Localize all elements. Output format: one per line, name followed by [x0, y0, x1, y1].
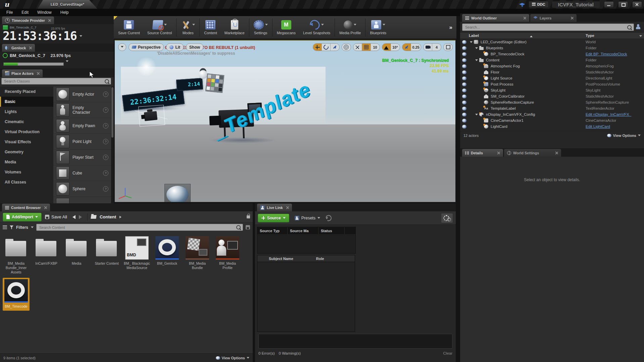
- chevron-down-icon[interactable]: [639, 35, 642, 38]
- edit-blueprint-link[interactable]: Edit BP_TimecodeClock: [586, 52, 627, 56]
- live-link-settings-button[interactable]: [441, 213, 453, 223]
- visibility-eye-icon[interactable]: [462, 89, 466, 92]
- help-icon[interactable]: ?: [103, 139, 108, 144]
- folder-tile[interactable]: InCamVFXBP: [33, 236, 60, 274]
- table-row[interactable]: LED_CurvedStage (Editor)World: [460, 39, 644, 45]
- media-profile-button[interactable]: Media Profile: [336, 19, 364, 36]
- outliner-search-input[interactable]: [464, 25, 627, 30]
- close-icon[interactable]: [555, 152, 558, 154]
- table-row[interactable]: Light SourceDirectionalLight: [460, 75, 644, 81]
- path-chevron-icon[interactable]: [119, 216, 123, 218]
- close-icon[interactable]: [524, 17, 526, 19]
- category-all-classes[interactable]: All Classes: [0, 177, 53, 187]
- move-tool-icon[interactable]: [313, 44, 322, 51]
- category-lights[interactable]: Lights: [0, 107, 53, 117]
- table-row[interactable]: SM_ColorCalibratorStaticMeshActor: [460, 93, 644, 99]
- table-row[interactable]: AaTemplateLabelTextRenderActor: [460, 105, 644, 111]
- level-viewport[interactable]: 22:36:32:14 2:14 _Template: [114, 40, 456, 202]
- table-row[interactable]: nDisplay_InCamVFX_ConfigEdit nDisplay_In…: [460, 111, 644, 117]
- column-source-type[interactable]: Source Typ: [257, 227, 288, 234]
- expand-arrow-icon[interactable]: [475, 114, 478, 117]
- tab-timecode-provider[interactable]: Timecode Provider: [2, 16, 54, 24]
- column-role[interactable]: Role: [316, 257, 324, 261]
- tab-world-outliner[interactable]: World Outliner: [462, 14, 529, 22]
- chevron-down-icon[interactable]: [192, 24, 195, 27]
- help-icon[interactable]: ?: [103, 170, 108, 176]
- help-icon[interactable]: ?: [103, 107, 108, 113]
- filters-button[interactable]: Filters: [16, 225, 28, 230]
- tab-details[interactable]: Details: [462, 149, 503, 157]
- list-item[interactable]: Empty Actor?: [53, 87, 111, 102]
- column-status[interactable]: Status: [318, 227, 345, 234]
- toolbar-overflow-icon[interactable]: »: [449, 24, 456, 31]
- close-icon[interactable]: [497, 152, 500, 154]
- close-icon[interactable]: [29, 47, 32, 49]
- view-options-button[interactable]: View Options: [607, 133, 641, 138]
- category-basic[interactable]: Basic: [0, 97, 53, 107]
- world-space-icon[interactable]: [342, 44, 351, 51]
- asset-tile[interactable]: BM_Media Bundle: [184, 236, 211, 274]
- chevron-down-icon[interactable]: [383, 24, 385, 27]
- table-row[interactable]: ContentFolder: [460, 57, 644, 63]
- lock-icon[interactable]: [247, 215, 250, 218]
- type-column-header[interactable]: Type: [586, 34, 594, 38]
- expand-arrow-icon[interactable]: [475, 59, 478, 62]
- category-geometry[interactable]: Geometry: [0, 147, 53, 157]
- level-tab[interactable]: LED_CurvedStage*: [38, 0, 97, 9]
- grid-snap-icon[interactable]: [362, 44, 371, 51]
- modes-button[interactable]: Modes: [177, 19, 199, 36]
- category-cinematic[interactable]: Cinematic: [0, 117, 53, 127]
- ddc-button[interactable]: DDC: [529, 1, 549, 8]
- asset-tile[interactable]: BM_Genlock: [154, 236, 181, 274]
- close-icon[interactable]: [571, 17, 574, 19]
- table-row[interactable]: CineCameraActor1CineCameraActor: [460, 117, 644, 123]
- visibility-eye-icon[interactable]: [462, 58, 466, 62]
- tab-live-link[interactable]: Live Link: [257, 204, 292, 211]
- list-item-partial[interactable]: [53, 197, 111, 203]
- visibility-eye-icon[interactable]: [462, 40, 466, 44]
- scale-snap-value[interactable]: 0.25: [411, 44, 421, 51]
- view-options-button[interactable]: View Options: [216, 356, 249, 360]
- category-recently-placed[interactable]: Recently Placed: [0, 87, 53, 97]
- tab-place-actors[interactable]: Place Actors: [2, 69, 43, 77]
- menu-window[interactable]: Window: [33, 10, 56, 15]
- category-virtual-production[interactable]: Virtual Production: [0, 127, 53, 137]
- tab-world-settings[interactable]: World Settings: [504, 149, 561, 157]
- maximize-viewport-icon[interactable]: [444, 44, 452, 51]
- folder-tile[interactable]: BM_Media Bundle_Inner Assets: [3, 236, 30, 274]
- chevron-down-icon[interactable]: [31, 226, 34, 229]
- subject-table-body[interactable]: [257, 262, 355, 332]
- asset-tile[interactable]: BM_Media Profile: [214, 236, 241, 274]
- add-import-button[interactable]: Add/Import: [3, 213, 42, 221]
- save-all-button[interactable]: Save All: [45, 214, 67, 219]
- search-options-icon[interactable]: [636, 24, 642, 29]
- expand-arrow-icon[interactable]: [475, 47, 478, 50]
- camera-speed-icon[interactable]: [424, 44, 432, 51]
- rotate-tool-icon[interactable]: [322, 44, 331, 51]
- column-subject-name[interactable]: Subject Name: [269, 257, 293, 261]
- search-content-input[interactable]: [39, 225, 236, 230]
- message-log-box[interactable]: [258, 334, 452, 349]
- visibility-eye-icon[interactable]: [462, 83, 466, 86]
- chevron-down-icon[interactable]: [321, 24, 324, 27]
- grid-snap-value[interactable]: 10: [371, 44, 380, 51]
- visibility-eye-icon[interactable]: [462, 52, 466, 56]
- table-row[interactable]: BlueprintsFolder: [460, 45, 644, 51]
- blueprints-button[interactable]: Blueprints: [366, 19, 390, 36]
- save-search-icon[interactable]: [246, 225, 250, 229]
- chevron-down-icon[interactable]: [66, 60, 68, 63]
- folder-tile[interactable]: Starter Content: [93, 236, 120, 274]
- close-button[interactable]: [632, 1, 642, 8]
- visibility-eye-icon[interactable]: [462, 125, 466, 128]
- menu-edit[interactable]: Edit: [17, 10, 33, 15]
- sort-ascending-icon[interactable]: [530, 34, 533, 37]
- table-row[interactable]: SphereReflectionCaptureSphereReflectionC…: [460, 99, 644, 105]
- marketplace-button[interactable]: Marketplace: [221, 19, 248, 36]
- level-snapshots-button[interactable]: Level Snapshots: [299, 19, 334, 36]
- asset-tile-selected[interactable]: BM_Timecode: [3, 278, 30, 310]
- scrollbar[interactable]: [111, 87, 114, 203]
- source-control-button[interactable]: Source Control: [144, 19, 176, 36]
- scale-tool-icon[interactable]: [331, 44, 339, 51]
- tutorials-icon[interactable]: [519, 2, 525, 7]
- minimize-button[interactable]: [604, 1, 614, 8]
